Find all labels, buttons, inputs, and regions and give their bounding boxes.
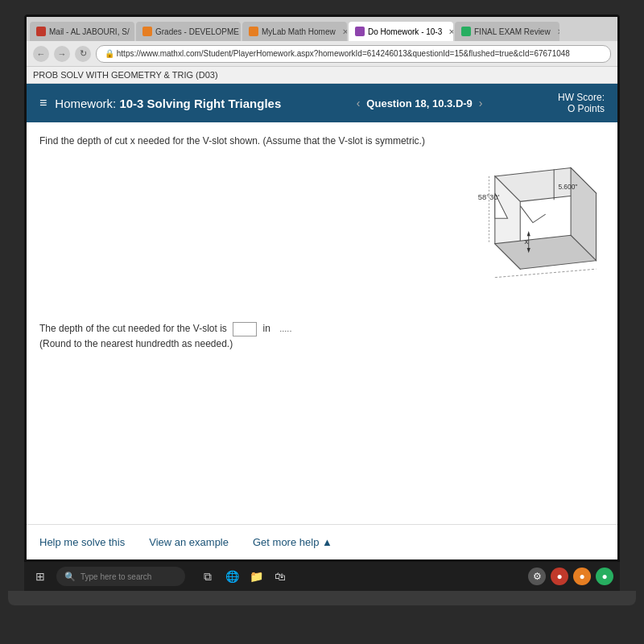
next-question-button[interactable]: › [479,97,483,109]
prev-question-button[interactable]: ‹ [357,97,361,109]
get-more-help-link[interactable]: Get more help ▲ [253,536,332,548]
menu-icon[interactable]: ≡ [39,96,47,110]
taskview-button[interactable]: ⧉ [198,567,217,586]
tab-homework-icon [355,27,365,36]
tab-mylab-icon [249,27,258,36]
system-icon-3: ● [573,568,591,585]
tab-homework-close[interactable]: ✕ [448,27,453,36]
taskbar-right: ⚙ ● ● ● [528,568,613,585]
tab-mylab[interactable]: MyLab Math Homew ✕ [242,22,347,41]
content-area: ≡ Homework: 10-3 Solving Right Triangles… [27,84,617,559]
taskbar: ⊞ 🔍 Type here to search ⧉ 🌐 📁 🛍 ⚙ ● ● ● [24,562,620,591]
vslot-diagram: 58°30' 5.600" x [427,159,605,303]
svg-text:5.600": 5.600" [558,183,577,191]
tab-homework-active[interactable]: Do Homework - 10-3 ✕ [349,22,453,41]
url-lock-icon: 🔒 [105,49,114,58]
help-bar: Help me solve this View an example Get m… [27,524,617,559]
folder-icon[interactable]: 📁 [246,567,266,586]
tab-final-exam[interactable]: FINAL EXAM Review ✕ [455,22,559,41]
tab-mail-icon [36,27,46,36]
tab-finalexam-close[interactable]: ✕ [557,27,559,36]
screen: Mail - AL JABOURI, S/ ✕ Grades - DEVELOP… [24,14,620,562]
taskbar-icons: ⧉ 🌐 📁 🛍 [198,567,290,586]
system-icon-1: ⚙ [528,568,546,585]
hw-header-right: HW Score: O Points [558,92,605,114]
homework-header: ≡ Homework: 10-3 Solving Right Triangles… [27,84,617,122]
taskbar-search-bar[interactable]: 🔍 Type here to search [56,567,185,586]
hw-header-left: ≡ Homework: 10-3 Solving Right Triangles [39,96,281,110]
answer-row: The depth of the cut needed for the V-sl… [39,321,605,352]
browser-tabs: Mail - AL JABOURI, S/ ✕ Grades - DEVELOP… [27,17,617,41]
refresh-button[interactable]: ↻ [75,46,91,62]
page-toolbar: PROB SOLV WITH GEOMETRY & TRIG (D03) [27,67,617,84]
answer-input-box[interactable] [233,322,257,336]
address-bar-row: ← → ↻ 🔒 https://www.mathxl.com/Student/P… [27,41,617,67]
hw-title: Homework: 10-3 Solving Right Triangles [55,97,281,110]
question-area: Find the depth of cut x needed for the V… [27,122,617,524]
system-icon-2: ● [551,568,568,585]
taskbar-search-icon: 🔍 [64,572,76,582]
taskbar-system-icons: ⚙ ● ● ● [528,568,613,585]
laptop-outer: Mail - AL JABOURI, S/ ✕ Grades - DEVELOP… [0,0,644,644]
svg-marker-10 [527,231,530,236]
question-right: 58°30' 5.600" x [427,159,605,305]
help-me-solve-link[interactable]: Help me solve this [39,536,125,548]
tab-mail[interactable]: Mail - AL JABOURI, S/ ✕ [30,22,134,41]
back-button[interactable]: ← [33,46,49,62]
url-bar[interactable]: 🔒 https://www.mathxl.com/Student/PlayerH… [96,45,611,63]
forward-button[interactable]: → [54,46,70,62]
tab-grades[interactable]: Grades - DEVELOPME ✕ [136,22,241,41]
store-icon[interactable]: 🛍 [270,567,290,586]
svg-text:x: x [524,237,528,246]
question-label: Question 18, 10.3.D-9 [366,97,473,109]
tab-mylab-close[interactable]: ✕ [342,27,347,36]
hw-header-center: ‹ Question 18, 10.3.D-9 › [357,97,483,109]
svg-line-13 [495,269,597,277]
tab-grades-icon [142,27,152,36]
edge-icon[interactable]: 🌐 [222,567,242,586]
expand-button[interactable]: ..... [279,322,291,336]
view-example-link[interactable]: View an example [149,536,229,548]
laptop-bottom-bezel [8,591,636,605]
start-button[interactable]: ⊞ [31,567,50,586]
tab-finalexam-icon [461,27,471,36]
question-instruction: Find the depth of cut x needed for the V… [39,135,490,147]
system-icon-4: ● [596,568,613,585]
question-body: 58°30' 5.600" x [39,159,605,305]
